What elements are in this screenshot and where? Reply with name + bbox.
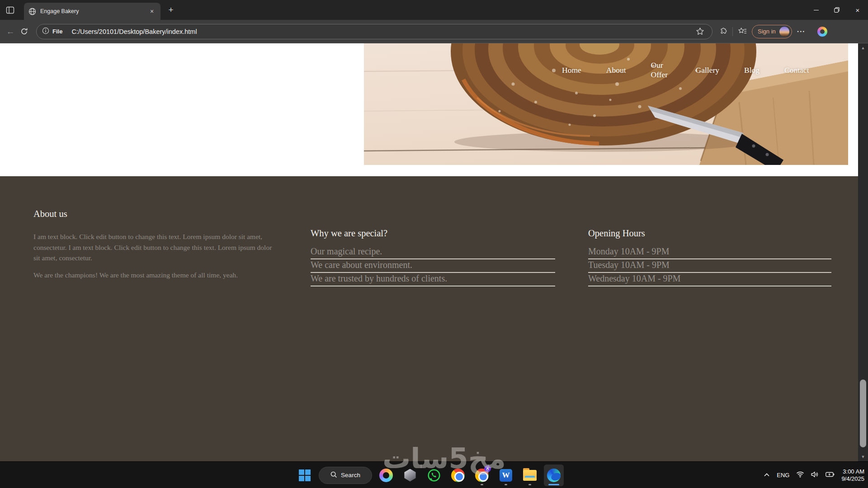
hero-section: Home About Our Offer Gallery Blog Contac… — [0, 43, 858, 176]
tab-title: Engage Bakery — [40, 8, 148, 14]
hours-item: Wednesday 10AM - 9PM — [588, 273, 831, 286]
profile-avatar — [779, 27, 789, 37]
nav-link-home[interactable]: Home — [562, 66, 581, 75]
active-app-indicator — [548, 484, 559, 485]
why-special-column: Why we are special? Our magical recipe. … — [311, 228, 555, 286]
bread-hero-image: Home About Our Offer Gallery Blog Contac… — [364, 43, 848, 165]
tray-chevron-up-icon[interactable] — [764, 472, 770, 479]
sign-in-label: Sign in — [758, 28, 776, 35]
sign-in-button[interactable]: Sign in — [752, 25, 792, 38]
screen-watermark: مخ5سات — [382, 442, 506, 475]
start-button[interactable] — [295, 465, 315, 486]
minimize-button[interactable] — [806, 0, 826, 20]
volume-icon[interactable] — [811, 471, 819, 479]
about-us-paragraph-1: I am text block. Click edit button to ch… — [33, 231, 278, 263]
special-item: We care about environment. — [311, 259, 555, 273]
window-controls: × — [806, 0, 868, 20]
language-indicator[interactable]: ENG — [777, 472, 789, 479]
site-navigation: Home About Our Offer Gallery Blog Contac… — [562, 43, 809, 97]
hours-item: Tuesday 10AM - 9PM — [588, 259, 831, 273]
running-indicator — [481, 484, 483, 485]
about-us-paragraph-2: We are the champions! We are the most am… — [33, 270, 278, 281]
vertical-scrollbar[interactable]: ▲ ▼ — [858, 43, 868, 461]
restore-button[interactable] — [826, 0, 847, 20]
copilot-icon[interactable] — [816, 25, 829, 38]
about-us-heading: About us — [33, 209, 278, 219]
tab-actions-menu-icon[interactable] — [6, 6, 14, 14]
hours-item: Monday 10AM - 9PM — [588, 246, 831, 259]
taskbar-file-explorer[interactable] — [520, 465, 540, 486]
browser-titlebar: Engage Bakery × + × — [0, 0, 868, 20]
edge-icon — [547, 469, 561, 482]
nav-link-contact[interactable]: Contact — [784, 66, 809, 75]
wifi-icon[interactable] — [796, 471, 804, 479]
special-item: We are trusted by hundreds of clients. — [311, 273, 555, 286]
running-indicator — [505, 484, 507, 485]
nav-link-gallery[interactable]: Gallery — [696, 66, 719, 75]
favorites-list-icon[interactable] — [736, 25, 749, 38]
scroll-down-icon[interactable]: ▼ — [858, 455, 868, 459]
new-tab-button[interactable]: + — [165, 5, 176, 16]
browser-toolbar: ← File C:/Users/20101/Desktop/Bakery/ind… — [0, 20, 868, 43]
extensions-icon[interactable] — [716, 25, 730, 38]
search-icon — [330, 471, 337, 479]
globe-favicon-icon — [28, 8, 36, 15]
page-viewport: Home About Our Offer Gallery Blog Contac… — [0, 43, 858, 461]
why-special-heading: Why we are special? — [311, 228, 555, 239]
nav-link-blog[interactable]: Blog — [744, 66, 760, 75]
opening-hours-column: Opening Hours Monday 10AM - 9PM Tuesday … — [588, 228, 831, 286]
tray-time: 3:00 AM — [843, 468, 864, 475]
taskbar-clock[interactable]: 3:00 AM 9/4/2025 — [841, 468, 864, 483]
tray-date: 9/4/2025 — [841, 475, 864, 483]
about-section: About us I am text block. Click edit but… — [0, 176, 858, 461]
battery-icon[interactable] — [826, 472, 835, 479]
scroll-up-icon[interactable]: ▲ — [858, 46, 868, 50]
refresh-button[interactable] — [17, 25, 31, 38]
browser-tab[interactable]: Engage Bakery × — [24, 3, 160, 20]
taskbar-search[interactable]: Search — [319, 467, 372, 484]
tab-close-icon[interactable]: × — [148, 7, 156, 15]
nav-link-our-offer[interactable]: Our Offer — [651, 61, 671, 80]
url-text[interactable]: C:/Users/20101/Desktop/Bakery/index.html — [71, 28, 693, 35]
back-button[interactable]: ← — [4, 25, 17, 38]
running-indicator — [528, 484, 531, 485]
folder-icon — [523, 470, 537, 481]
search-label: Search — [341, 472, 360, 479]
favorite-star-icon[interactable] — [693, 25, 707, 38]
taskbar-edge-active[interactable] — [544, 465, 564, 486]
opening-hours-heading: Opening Hours — [588, 228, 831, 239]
url-scheme-label: File — [52, 28, 62, 35]
windows-logo-icon — [299, 469, 311, 481]
site-info-icon[interactable] — [42, 27, 49, 36]
scrollbar-thumb[interactable] — [860, 380, 866, 447]
about-us-column: About us I am text block. Click edit but… — [33, 209, 278, 286]
settings-more-button[interactable]: ••• — [795, 25, 808, 38]
toolbar-divider — [732, 27, 733, 36]
window-close-button[interactable]: × — [847, 0, 868, 20]
system-tray: ENG 3:00 AM 9/4/2025 — [764, 462, 864, 488]
special-item: Our magical recipe. — [311, 246, 555, 259]
address-bar[interactable]: File C:/Users/20101/Desktop/Bakery/index… — [36, 24, 712, 39]
nav-link-about[interactable]: About — [606, 66, 626, 75]
